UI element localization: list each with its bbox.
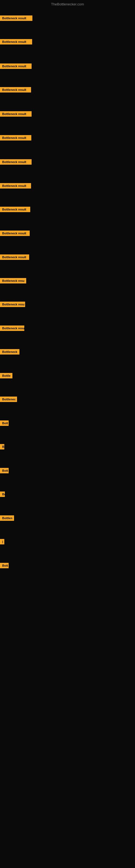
bottleneck-item: Bottleneck <box>0 349 19 355</box>
bottleneck-item: Bottle <box>0 373 12 379</box>
bottleneck-badge: Bott <box>0 563 9 568</box>
bottleneck-item: Bottleneck result <box>0 254 29 261</box>
bottleneck-badge: Bottleneck result <box>0 159 32 165</box>
site-header: TheBottlenecker.com <box>0 0 135 7</box>
bottleneck-item: Bottleneck result <box>0 183 31 190</box>
bottleneck-badge: Bo <box>0 492 5 497</box>
bottleneck-item: Bottleneck result <box>0 39 32 45</box>
bottleneck-badge: | <box>0 539 4 545</box>
bottleneck-item: Bottleneck result <box>0 63 32 70</box>
bottleneck-badge: Bottleneck result <box>0 63 32 69</box>
bottleneck-badge: Bottleneck resu <box>0 326 24 331</box>
bottleneck-item: Bott <box>0 421 9 427</box>
site-title: TheBottlenecker.com <box>0 0 135 7</box>
bottleneck-item: Bottleneck resu <box>0 278 26 284</box>
bottleneck-item: Bott <box>0 468 9 474</box>
bottleneck-badge: Bottleneck result <box>0 16 32 21</box>
bottleneck-badge: Bottleneck result <box>0 135 31 141</box>
bottleneck-badge: Bottleneck result <box>0 39 32 44</box>
bottleneck-badge: Bottle <box>0 373 12 378</box>
bottleneck-item: Bott <box>0 563 9 569</box>
bottleneck-item: Bottleneck result <box>0 135 31 142</box>
bottleneck-badge: Bottleneck resu <box>0 278 26 283</box>
bottleneck-badge: Bottleneck result <box>0 230 30 236</box>
bottleneck-badge: Bottleneck <box>0 349 19 354</box>
bottleneck-item: Bottleneck resu <box>0 302 25 308</box>
bottleneck-badge: Bott <box>0 468 9 473</box>
bottleneck-item: B <box>0 444 4 451</box>
bottleneck-item: Bottleneck result <box>0 230 30 237</box>
bottleneck-item: Bottlen <box>0 516 14 522</box>
bottleneck-item: Bottleneck result <box>0 87 31 94</box>
bottleneck-item: Bottleneck result <box>0 16 32 22</box>
bottleneck-badge: Bottleneck result <box>0 87 31 93</box>
bottleneck-item: Bottleneck result <box>0 111 32 118</box>
bottleneck-item: Bottleneck resu <box>0 326 24 332</box>
bottleneck-badge: Bottleneck result <box>0 207 30 212</box>
bottleneck-item: | <box>0 539 4 546</box>
bottleneck-badge: Bottleneck resu <box>0 302 25 307</box>
bottleneck-badge: Bottleneck result <box>0 254 29 260</box>
bottleneck-badge: Bottlen <box>0 516 14 521</box>
bottleneck-badge: Bottlenec <box>0 397 17 402</box>
bottleneck-item: Bottleneck result <box>0 207 30 213</box>
bottleneck-badge: Bottleneck result <box>0 111 32 117</box>
bottleneck-badge: B <box>0 444 4 450</box>
bottleneck-badge: Bott <box>0 421 9 426</box>
bottleneck-item: Bottlenec <box>0 397 17 403</box>
bottleneck-item: Bo <box>0 492 5 498</box>
bottleneck-badge: Bottleneck result <box>0 183 31 188</box>
bottleneck-item: Bottleneck result <box>0 159 32 166</box>
